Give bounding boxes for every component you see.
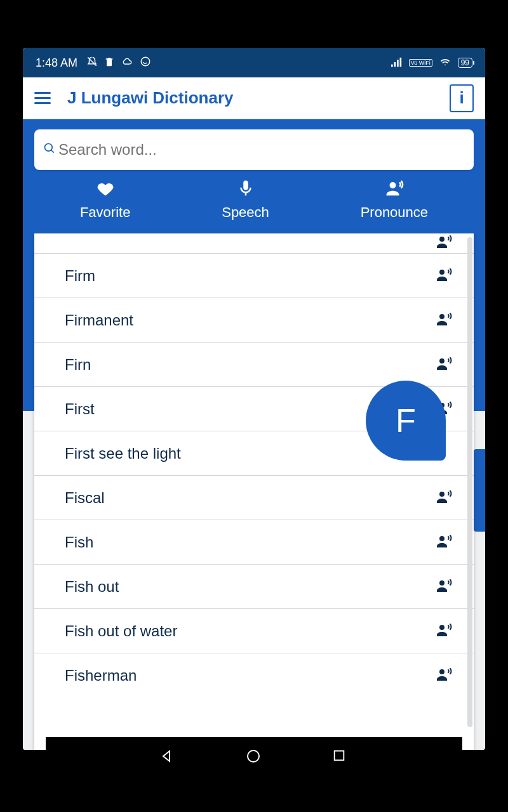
search-box[interactable] [34,129,474,170]
app-bar: J Lungawi Dictionary i [23,77,485,119]
word-label: First see the light [65,445,181,462]
speak-icon[interactable] [437,534,452,551]
speak-icon[interactable] [437,667,452,684]
word-label: Fisherman [65,667,137,684]
nav-home-icon[interactable] [246,749,262,765]
signal-icon [391,57,403,69]
speak-icon[interactable] [437,311,452,329]
word-label: Fiscal [65,489,105,507]
speak-icon[interactable] [437,356,452,374]
svg-point-1 [141,57,150,66]
svg-rect-20 [335,751,344,761]
wifi-icon [439,57,451,69]
svg-point-8 [389,182,396,188]
index-letter: F [396,402,416,440]
tab-pronounce-label: Pronounce [361,204,428,221]
speak-icon[interactable] [437,578,452,596]
tab-favorite[interactable]: Favorite [76,174,134,230]
list-item[interactable]: Firm [34,254,474,298]
word-label: Firm [65,267,95,285]
list-item[interactable]: Fiscal [34,476,474,520]
word-list-card: Fir Firm Firmanent [34,233,474,750]
svg-rect-3 [394,62,396,67]
scroll-thumb[interactable] [474,449,485,532]
system-navbar [46,737,462,776]
tab-speech-label: Speech [222,204,269,221]
svg-point-14 [439,492,444,497]
cloud-icon [121,56,133,70]
whatsapp-icon [140,56,151,70]
vowifi-badge: Vo WiFi [409,59,432,67]
word-label: First [65,400,95,418]
status-bar: 1:48 AM [23,48,485,77]
svg-point-11 [439,314,444,319]
speak-icon[interactable] [437,622,452,640]
speak-icon[interactable] [437,267,452,285]
list-item[interactable]: Fisherman [34,653,474,698]
search-icon [43,142,56,157]
nav-back-icon[interactable] [159,749,176,765]
list-item[interactable]: Fir [34,233,474,254]
search-tab-panel: Favorite Speech Pronounce [23,119,485,233]
word-label: Firmanent [65,311,133,329]
svg-point-16 [439,580,444,586]
svg-point-17 [439,625,444,630]
status-time: 1:48 AM [36,56,77,70]
index-bubble: F [366,381,446,461]
svg-point-18 [439,669,444,674]
list-item[interactable]: Fish out [34,565,474,609]
app-title: J Lungawi Dictionary [61,88,439,108]
svg-point-6 [45,144,53,152]
speak-icon[interactable] [437,234,452,252]
scrollbar-track[interactable] [467,237,472,727]
svg-point-15 [439,536,444,541]
svg-rect-5 [399,57,401,66]
info-button[interactable]: i [450,84,474,112]
menu-icon[interactable] [34,89,51,107]
word-label: Fish [65,534,93,551]
svg-point-12 [439,358,444,363]
svg-rect-2 [391,64,393,67]
speak-icon[interactable] [437,489,452,507]
tab-speech[interactable]: Speech [218,174,273,230]
list-item[interactable]: Fish out of water [34,609,474,653]
list-item[interactable]: Firmanent [34,298,474,343]
svg-point-19 [248,750,259,762]
dnd-icon [86,56,98,70]
tab-favorite-label: Favorite [80,204,130,221]
search-input[interactable] [58,141,465,159]
mic-icon [236,179,255,202]
word-label: Fish out [65,578,119,596]
list-item[interactable]: Fish [34,520,474,565]
tabs: Favorite Speech Pronounce [34,174,474,230]
nav-recent-icon[interactable] [332,749,349,765]
trash-icon [104,56,114,70]
content-area: Fir Firm Firmanent [23,233,485,750]
svg-line-7 [51,150,54,153]
pronounce-icon [385,179,404,202]
battery-badge: 99 [458,58,472,68]
svg-point-10 [439,270,444,275]
tab-pronounce[interactable]: Pronounce [357,174,432,230]
word-label: Firn [65,356,91,374]
svg-rect-4 [397,60,399,67]
svg-point-9 [439,237,444,242]
word-label: Fish out of water [65,622,177,640]
heart-icon [96,179,115,202]
